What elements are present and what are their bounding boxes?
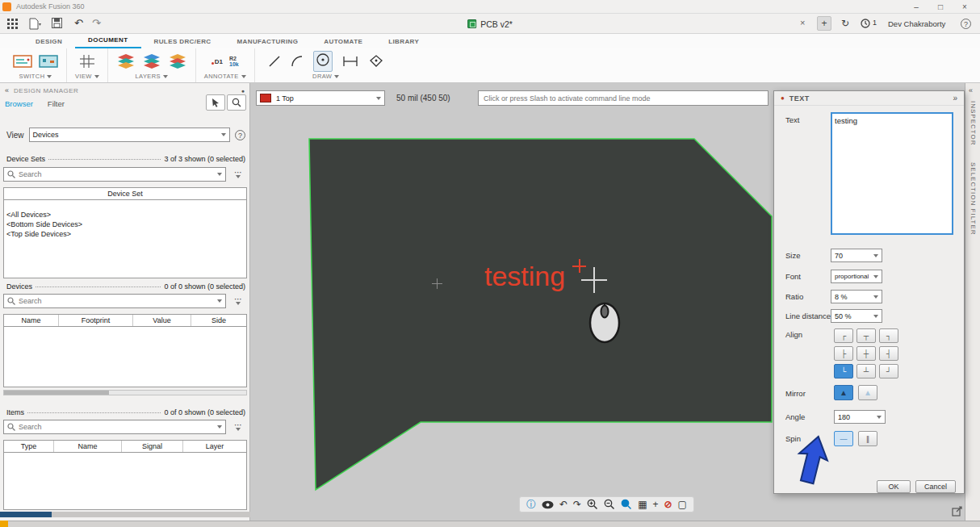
dock-panel-icon[interactable]: » — [953, 94, 957, 102]
size-dropdown[interactable]: 70 — [831, 249, 882, 262]
text-value-textarea[interactable]: testing — [831, 112, 953, 235]
zoom-out-icon[interactable] — [604, 499, 615, 510]
command-line-input[interactable] — [484, 94, 763, 102]
column-name[interactable]: Name — [54, 441, 122, 452]
collapse-panel-icon[interactable]: « — [5, 86, 9, 94]
scrollbar-thumb[interactable] — [4, 391, 109, 395]
zoom-select-button[interactable] — [227, 94, 246, 111]
document-tab[interactable]: PCB v2* — [467, 14, 513, 34]
table-row[interactable]: <All Devices> — [4, 210, 246, 220]
view-group-label[interactable]: VIEW — [75, 73, 99, 80]
draw-group-label[interactable]: DRAW — [312, 73, 339, 80]
draw-dimension-icon[interactable] — [342, 55, 358, 68]
close-button[interactable]: × — [953, 0, 977, 14]
items-search[interactable] — [3, 420, 226, 434]
annotate-group-label[interactable]: ANNOTATE — [204, 73, 246, 80]
table-row[interactable]: <Bottom Side Devices> — [4, 220, 246, 229]
align-middle-center-button[interactable]: ┼ — [856, 346, 876, 361]
annotate-value-icon[interactable]: R2 10k — [229, 56, 239, 67]
canvas-corner-icon[interactable] — [952, 506, 962, 517]
column-footprint[interactable]: Footprint — [59, 315, 133, 326]
minimize-button[interactable]: – — [904, 0, 928, 14]
switch-schematic-icon[interactable] — [13, 54, 32, 69]
grid-settings-icon[interactable]: ▦ — [638, 497, 647, 512]
annotate-name-icon[interactable]: D1 — [211, 58, 223, 65]
switch-board-icon[interactable] — [39, 54, 58, 69]
table-row[interactable]: <Top Side Devices> — [4, 229, 246, 239]
layer-settings-icon[interactable] — [142, 53, 161, 69]
tab-manufacturing[interactable]: MANUFACTURING — [224, 38, 311, 48]
column-signal[interactable]: Signal — [122, 441, 183, 452]
redo-icon[interactable]: ↷ — [92, 14, 101, 33]
expand-panels-icon[interactable]: « — [969, 86, 973, 94]
ok-button[interactable]: OK — [877, 480, 911, 493]
panel-hscrollbar[interactable] — [0, 512, 250, 517]
text-dialog-header[interactable]: ● TEXT » — [774, 91, 964, 106]
column-layer[interactable]: Layer — [183, 441, 246, 452]
tab-library[interactable]: LIBRARY — [375, 38, 432, 48]
undo-icon[interactable]: ↶ — [74, 14, 83, 33]
angle-dropdown[interactable]: 180 — [834, 410, 886, 424]
draw-label-icon[interactable] — [368, 54, 384, 69]
switch-group-label[interactable]: SWITCH — [19, 73, 52, 80]
add-icon[interactable]: + — [652, 497, 658, 512]
select-cursor-button[interactable] — [206, 94, 225, 111]
align-bottom-left-button[interactable]: └ — [834, 364, 853, 379]
undo-icon[interactable]: ↶ — [559, 497, 567, 512]
layers-group-label[interactable]: LAYERS — [136, 73, 168, 80]
app-grid-icon[interactable] — [7, 19, 18, 29]
view-grid-icon[interactable] — [79, 54, 95, 69]
align-top-right-button[interactable]: ┐ — [879, 328, 898, 343]
view-dropdown[interactable]: Devices — [29, 128, 231, 142]
align-middle-left-button[interactable]: ├ — [834, 346, 853, 361]
maximize-button[interactable]: □ — [928, 0, 953, 14]
font-dropdown[interactable]: proportional — [831, 270, 882, 283]
selection-box-icon[interactable]: ▢ — [678, 497, 687, 512]
close-document-icon[interactable]: × — [800, 18, 805, 27]
align-top-left-button[interactable]: ┌ — [834, 328, 853, 343]
devices-more-button[interactable]: ⋯ — [229, 294, 247, 308]
draw-arc-icon[interactable] — [291, 55, 304, 68]
device-sets-more-button[interactable]: ⋯ — [229, 167, 247, 182]
devices-search[interactable] — [3, 294, 226, 308]
ratio-dropdown[interactable]: 8 % — [831, 290, 882, 303]
column-type[interactable]: Type — [4, 441, 54, 452]
redo-icon[interactable]: ↷ — [573, 497, 581, 512]
column-value[interactable]: Value — [133, 315, 191, 326]
spin-vertical-button[interactable]: ∥ — [858, 431, 877, 446]
zoom-fit-icon[interactable] — [621, 499, 632, 510]
mirror-off-button[interactable]: ▲ — [858, 385, 877, 400]
info-icon[interactable]: ⓘ — [526, 497, 536, 512]
tab-rules-drc-erc[interactable]: RULES DRC/ERC — [141, 38, 224, 48]
tab-filter[interactable]: Filter — [48, 99, 65, 108]
align-middle-right-button[interactable]: ┤ — [879, 346, 898, 361]
items-search-input[interactable] — [19, 423, 214, 431]
new-document-tab-button[interactable]: + — [817, 16, 831, 31]
items-more-button[interactable]: ⋯ — [229, 420, 247, 434]
devices-hscrollbar[interactable] — [3, 390, 247, 395]
align-top-center-button[interactable]: ┬ — [856, 328, 876, 343]
scrollbar-thumb[interactable] — [0, 512, 52, 517]
tab-browser[interactable]: Browser — [5, 99, 33, 108]
column-name[interactable]: Name — [4, 315, 59, 326]
visibility-eye-icon[interactable] — [542, 500, 554, 509]
device-sets-search-input[interactable] — [19, 170, 214, 178]
panel-pin-icon[interactable]: ● — [241, 88, 245, 94]
align-bottom-right-button[interactable]: ┘ — [879, 364, 898, 379]
device-sets-search[interactable] — [3, 167, 226, 182]
job-status-icon[interactable]: ↻ — [841, 14, 849, 33]
view-help-icon[interactable]: ? — [235, 130, 245, 140]
layer-dropdown[interactable]: 1 Top — [256, 90, 385, 106]
stop-icon[interactable]: ⊘ — [664, 497, 672, 512]
column-side[interactable]: Side — [191, 315, 246, 326]
layer-stack-icon[interactable] — [168, 53, 187, 69]
tab-document[interactable]: DOCUMENT — [75, 36, 140, 48]
draw-line-icon[interactable] — [268, 55, 281, 68]
draw-circle-tool-active[interactable] — [313, 51, 333, 72]
board-text[interactable]: testing — [484, 261, 565, 292]
cancel-button[interactable]: Cancel — [915, 480, 956, 493]
tab-inspector[interactable]: INSPECTOR — [970, 101, 977, 146]
line-distance-dropdown[interactable]: 50 % — [831, 309, 882, 323]
file-menu-icon[interactable] — [29, 18, 42, 30]
help-icon[interactable]: ? — [961, 19, 971, 29]
